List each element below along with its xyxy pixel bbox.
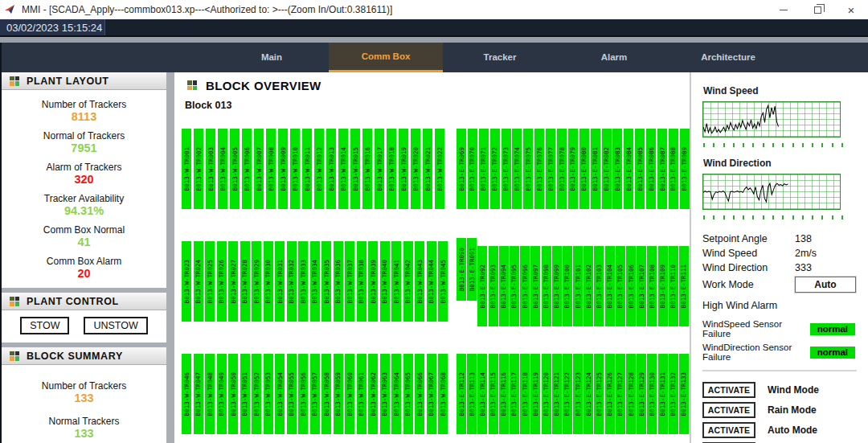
tracker-cell[interactable]: B013-W-TR012: [314, 129, 324, 209]
tracker-cell[interactable]: B013-E-TR119: [530, 354, 540, 434]
tracker-cell[interactable]: B013-E-TR086: [646, 129, 656, 209]
tracker-cell[interactable]: B013-W-TR010: [290, 129, 300, 209]
tracker-cell[interactable]: B013-W-TR036: [334, 241, 343, 322]
tracker-cell[interactable]: B013-E-TR107: [637, 246, 646, 326]
tracker-cell[interactable]: B013-E-TR108: [647, 246, 657, 326]
tracker-cell[interactable]: B013-W-TR033: [298, 241, 308, 322]
tracker-cell[interactable]: B013-E-TR128: [626, 354, 636, 434]
tab-comm-box[interactable]: Comm Box: [329, 43, 443, 72]
tracker-cell[interactable]: B013-W-TR060: [345, 354, 354, 434]
tracker-cell[interactable]: B013-W-TR041: [391, 241, 401, 322]
tracker-cell[interactable]: B013-E-TR133: [679, 354, 689, 434]
tracker-cell[interactable]: B013-W-TR038: [357, 241, 366, 322]
tracker-cell[interactable]: B013-E-TR084: [624, 129, 633, 209]
tracker-cell[interactable]: B013-W-TR034: [310, 241, 320, 322]
tracker-cell[interactable]: B013-W-TR002: [194, 129, 203, 209]
tracker-cell[interactable]: B013-E-TR085: [635, 129, 645, 209]
tracker-cell[interactable]: B013-W-TR024: [194, 241, 203, 322]
tracker-cell[interactable]: B013-E-TR102: [583, 246, 593, 326]
tracker-cell[interactable]: B013-E-TR101: [573, 246, 583, 326]
tracker-cell[interactable]: B013-E-TR083: [612, 129, 622, 209]
tracker-cell[interactable]: B013-W-TR057: [310, 354, 320, 434]
tracker-cell[interactable]: B013-E-TR121: [552, 354, 562, 434]
tracker-cell[interactable]: B013-W-TR040: [380, 241, 390, 322]
tracker-cell[interactable]: B013-W-TR014: [338, 129, 348, 209]
tracker-cell[interactable]: B013-W-TR068: [438, 354, 448, 434]
tracker-cell[interactable]: B013-E-TR104: [605, 246, 615, 326]
tab-architecture[interactable]: Architecture: [671, 43, 785, 72]
close-button[interactable]: ×: [834, 0, 868, 19]
tracker-cell[interactable]: B013-E-TR090: [457, 238, 466, 301]
tracker-cell[interactable]: B013-W-TR061: [357, 354, 366, 434]
tracker-cell[interactable]: B013-E-TR079: [568, 129, 578, 209]
tracker-cell[interactable]: B013-W-TR051: [240, 354, 250, 434]
tracker-cell[interactable]: B013-E-TR111: [679, 246, 689, 326]
tracker-cell[interactable]: B013-E-TR092: [477, 246, 487, 326]
stow-button[interactable]: STOW: [20, 317, 69, 334]
tracker-cell[interactable]: B013-W-TR009: [278, 129, 288, 209]
tracker-cell[interactable]: B013-E-TR113: [467, 354, 477, 434]
tracker-cell[interactable]: B013-E-TR073: [502, 129, 511, 209]
tracker-cell[interactable]: B013-W-TR027: [228, 241, 238, 322]
tracker-cell[interactable]: B013-E-TR096: [520, 246, 530, 326]
tracker-cell[interactable]: B013-E-TR106: [626, 246, 636, 326]
tracker-cell[interactable]: B013-W-TR067: [427, 354, 436, 434]
tracker-cell[interactable]: B013-E-TR103: [594, 246, 604, 326]
tracker-cell[interactable]: B013-W-TR049: [217, 354, 227, 434]
tracker-cell[interactable]: B013-E-TR080: [579, 129, 589, 209]
tracker-cell[interactable]: B013-W-TR019: [399, 129, 408, 209]
activate-wind-mode-button[interactable]: ACTIVATE: [702, 382, 755, 398]
tracker-cell[interactable]: B013-W-TR020: [411, 129, 420, 209]
tracker-cell[interactable]: B013-E-TR130: [647, 354, 657, 434]
tracker-cell[interactable]: B013-W-TR006: [242, 129, 252, 209]
tracker-cell[interactable]: B013-W-TR003: [206, 129, 215, 209]
tracker-cell[interactable]: B013-E-TR124: [583, 354, 593, 434]
tracker-cell[interactable]: B013-E-TR081: [591, 129, 600, 209]
tracker-cell[interactable]: B013-E-TR126: [605, 354, 615, 434]
tracker-cell[interactable]: B013-W-TR018: [387, 129, 396, 209]
tracker-cell[interactable]: B013-E-TR071: [479, 129, 489, 209]
tracker-cell[interactable]: B013-E-TR093: [489, 246, 498, 326]
tracker-cell[interactable]: B013-W-TR025: [205, 241, 215, 322]
tracker-cell[interactable]: B013-W-TR022: [435, 129, 444, 209]
tracker-cell[interactable]: B013-W-TR016: [362, 129, 372, 209]
tracker-cell[interactable]: B013-E-TR129: [637, 354, 646, 434]
tracker-cell[interactable]: B013-E-TR094: [499, 246, 509, 326]
tracker-cell[interactable]: B013-E-TR118: [520, 354, 530, 434]
activate-auto-mode-button[interactable]: ACTIVATE: [702, 422, 755, 438]
tracker-cell[interactable]: B013-E-TR076: [534, 129, 544, 209]
tracker-cell[interactable]: B013-W-TR063: [380, 354, 390, 434]
tracker-cell[interactable]: B013-E-TR115: [489, 354, 498, 434]
tracker-cell[interactable]: B013-E-TR112: [457, 354, 466, 434]
tracker-cell[interactable]: B013-E-TR078: [557, 129, 567, 209]
tracker-cell[interactable]: B013-E-TR077: [546, 129, 555, 209]
tracker-cell[interactable]: B013-E-TR123: [573, 354, 583, 434]
tracker-cell[interactable]: B013-E-TR100: [563, 246, 572, 326]
tracker-cell[interactable]: B013-E-TR127: [616, 354, 625, 434]
tracker-cell[interactable]: B013-W-TR042: [403, 241, 413, 322]
tracker-cell[interactable]: B013-E-TR098: [542, 246, 551, 326]
tracker-cell[interactable]: B013-E-TR095: [510, 246, 519, 326]
tracker-cell[interactable]: B013-W-TR001: [182, 129, 191, 209]
tracker-cell[interactable]: B013-E-TR109: [658, 246, 668, 326]
tracker-cell[interactable]: B013-E-TR082: [602, 129, 612, 209]
tracker-cell[interactable]: B013-E-TR132: [669, 354, 678, 434]
tracker-cell[interactable]: B013-W-TR015: [350, 129, 360, 209]
tracker-cell[interactable]: B013-E-TR114: [477, 354, 487, 434]
tracker-cell[interactable]: B013-W-TR043: [415, 241, 424, 322]
tracker-cell[interactable]: B013-W-TR053: [264, 354, 273, 434]
tracker-cell[interactable]: B013-E-TR117: [510, 354, 519, 434]
tracker-cell[interactable]: B013-W-TR047: [194, 354, 203, 434]
minimize-button[interactable]: [767, 0, 800, 19]
tracker-cell[interactable]: B013-W-TR062: [368, 354, 378, 434]
tracker-cell[interactable]: B013-W-TR052: [252, 354, 261, 434]
tracker-cell[interactable]: B013-W-TR064: [391, 354, 401, 434]
tracker-cell[interactable]: B013-W-TR039: [368, 241, 378, 322]
tracker-cell[interactable]: B013-E-TR088: [669, 129, 678, 209]
tracker-cell[interactable]: B013-W-TR023: [182, 241, 191, 322]
tracker-cell[interactable]: B013-E-TR070: [468, 129, 477, 209]
tracker-cell[interactable]: B013-E-TR097: [530, 246, 540, 326]
tracker-cell[interactable]: B013-W-TR035: [321, 241, 331, 322]
tracker-cell[interactable]: B013-W-TR005: [230, 129, 240, 209]
tracker-cell[interactable]: B013-W-TR045: [438, 241, 448, 322]
